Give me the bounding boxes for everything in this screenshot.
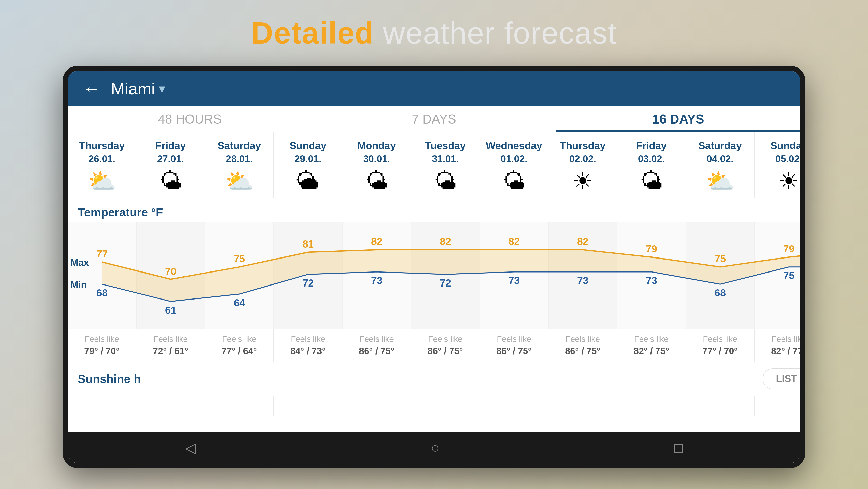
day-date-9: 04.02. bbox=[707, 153, 734, 165]
weather-icon-0: ⛅ bbox=[88, 170, 116, 193]
svg-text:79: 79 bbox=[646, 243, 657, 254]
svg-text:70: 70 bbox=[165, 266, 177, 277]
day-date-8: 03.02. bbox=[638, 153, 665, 165]
svg-text:82: 82 bbox=[371, 236, 382, 247]
feels-value-0: 79° / 70° bbox=[84, 346, 120, 356]
feels-label-2: Feels like bbox=[222, 335, 256, 344]
svg-text:72: 72 bbox=[440, 277, 451, 289]
weather-icon-5: 🌤 bbox=[434, 170, 457, 193]
feels-label-1: Feels like bbox=[153, 335, 188, 344]
sunshine-col-0 bbox=[68, 396, 136, 416]
svg-text:73: 73 bbox=[508, 275, 520, 286]
view-toggle: LIST DIAGRAM bbox=[763, 368, 800, 390]
list-toggle-button[interactable]: LIST bbox=[763, 369, 800, 389]
app-header: ← Miami ▾ bbox=[68, 71, 800, 107]
feels-col-0: Feels like 79° / 70° bbox=[68, 329, 136, 362]
sunshine-col-5 bbox=[411, 396, 480, 416]
day-name-5: Tuesday bbox=[425, 140, 466, 151]
day-col-6: Wednesday 01.02. 🌤 bbox=[480, 133, 549, 198]
day-col-10: Sunday 05.02. ☀ bbox=[754, 133, 800, 198]
feels-value-4: 86° / 75° bbox=[359, 346, 394, 356]
feels-value-7: 86° / 75° bbox=[565, 346, 600, 356]
svg-text:72: 72 bbox=[303, 277, 314, 289]
svg-text:82: 82 bbox=[508, 236, 520, 247]
nav-home-button[interactable]: ○ bbox=[431, 439, 439, 456]
nav-recent-button[interactable]: □ bbox=[674, 439, 683, 456]
weather-icon-2: ⛅ bbox=[225, 170, 254, 193]
sunshine-header-row: Sunshine h LIST DIAGRAM bbox=[68, 362, 800, 396]
day-col-0: Thursday 26.01. ⛅ bbox=[68, 133, 136, 198]
svg-text:73: 73 bbox=[646, 275, 657, 286]
sunshine-col-7 bbox=[549, 396, 617, 416]
feels-value-10: 82° / 77° bbox=[771, 346, 800, 356]
day-name-7: Thursday bbox=[560, 140, 606, 151]
feels-label-9: Feels like bbox=[703, 335, 737, 344]
day-date-3: 29.01. bbox=[294, 153, 321, 165]
day-date-2: 28.01. bbox=[226, 153, 253, 165]
feels-col-3: Feels like 84° / 73° bbox=[274, 329, 342, 362]
day-name-10: Sunday bbox=[770, 140, 800, 151]
title-rest: weather forecast bbox=[374, 16, 617, 50]
svg-text:68: 68 bbox=[96, 287, 108, 298]
weather-icon-6: 🌤 bbox=[503, 170, 526, 193]
page-title: Detailed weather forecast bbox=[251, 15, 617, 51]
nav-back-button[interactable]: ◁ bbox=[185, 439, 196, 456]
feels-col-9: Feels like 77° / 70° bbox=[686, 329, 754, 362]
feels-col-10: Feels like 82° / 77° bbox=[754, 329, 800, 362]
feels-label-10: Feels like bbox=[772, 335, 800, 344]
tab-7d[interactable]: 7 DAYS bbox=[312, 107, 556, 132]
app-container: ← Miami ▾ 48 HOURS 7 DAYS 16 DAYS Thursd bbox=[68, 71, 800, 463]
day-name-2: Saturday bbox=[218, 140, 261, 151]
feels-label-8: Feels like bbox=[634, 335, 669, 344]
day-date-7: 02.02. bbox=[569, 153, 596, 165]
svg-text:64: 64 bbox=[234, 297, 245, 309]
days-row: Thursday 26.01. ⛅ Friday 27.01. 🌤 Saturd… bbox=[68, 133, 800, 198]
weather-icon-9: ⛅ bbox=[706, 170, 735, 193]
svg-text:73: 73 bbox=[577, 275, 589, 286]
tab-48h[interactable]: 48 HOURS bbox=[68, 107, 312, 132]
sunshine-col-6 bbox=[480, 396, 549, 416]
sunshine-bars-row bbox=[68, 396, 800, 416]
tab-16d[interactable]: 16 DAYS bbox=[556, 107, 800, 132]
feels-col-6: Feels like 86° / 75° bbox=[480, 329, 549, 362]
feels-row: Feels like 79° / 70° Feels like 72° / 61… bbox=[68, 329, 800, 362]
weather-icon-7: ☀ bbox=[572, 170, 593, 193]
scroll-content[interactable]: Thursday 26.01. ⛅ Friday 27.01. 🌤 Saturd… bbox=[68, 133, 800, 432]
day-col-4: Monday 30.01. 🌤 bbox=[342, 133, 411, 198]
weather-icon-1: 🌤 bbox=[159, 170, 182, 193]
sunshine-col-4 bbox=[342, 396, 411, 416]
back-button[interactable]: ← bbox=[83, 80, 101, 97]
weather-icon-3: 🌥 bbox=[297, 170, 319, 193]
svg-text:61: 61 bbox=[165, 305, 177, 316]
weather-icon-4: 🌤 bbox=[365, 170, 388, 193]
day-name-6: Wednesday bbox=[486, 140, 542, 151]
day-col-2: Saturday 28.01. ⛅ bbox=[205, 133, 274, 198]
day-date-6: 01.02. bbox=[501, 153, 528, 165]
day-name-3: Sunday bbox=[289, 140, 326, 151]
feels-col-7: Feels like 86° / 75° bbox=[549, 329, 617, 362]
day-name-0: Thursday bbox=[79, 140, 125, 151]
location-name: Miami bbox=[111, 79, 155, 98]
sunshine-col-10 bbox=[754, 396, 800, 416]
nav-bar: ◁ ○ □ bbox=[68, 432, 800, 463]
svg-text:Min: Min bbox=[70, 279, 87, 290]
feels-value-9: 77° / 70° bbox=[703, 346, 738, 356]
svg-text:81: 81 bbox=[303, 238, 314, 250]
svg-text:77: 77 bbox=[96, 248, 108, 260]
dropdown-icon[interactable]: ▾ bbox=[159, 81, 165, 96]
sunshine-col-9 bbox=[686, 396, 754, 416]
temperature-section-header: Temperature °F bbox=[68, 198, 800, 222]
day-date-0: 26.01. bbox=[89, 153, 116, 165]
feels-label-3: Feels like bbox=[291, 335, 325, 344]
feels-value-6: 86° / 75° bbox=[496, 346, 532, 356]
day-name-1: Friday bbox=[155, 140, 186, 151]
day-date-1: 27.01. bbox=[157, 153, 184, 165]
feels-value-8: 82° / 75° bbox=[634, 346, 669, 356]
location-title[interactable]: Miami ▾ bbox=[111, 79, 165, 98]
day-col-8: Friday 03.02. 🌤 bbox=[617, 133, 686, 198]
day-name-9: Saturday bbox=[698, 140, 742, 151]
svg-text:75: 75 bbox=[234, 253, 245, 264]
feels-label-0: Feels like bbox=[85, 335, 119, 344]
day-date-10: 05.02. bbox=[775, 153, 800, 165]
day-date-5: 31.01. bbox=[432, 153, 459, 165]
